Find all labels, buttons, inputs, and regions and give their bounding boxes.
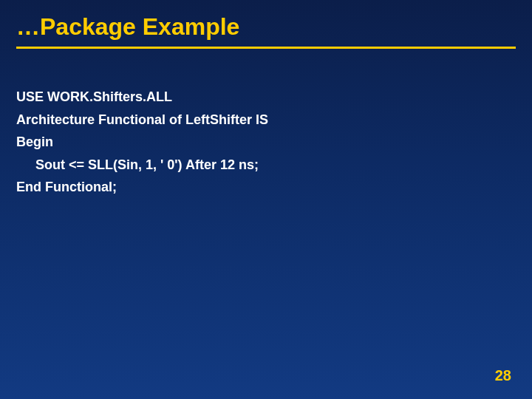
code-line-architecture: Architecture Functional of LeftShifter I… bbox=[16, 109, 532, 132]
code-line-sout: Sout <= SLL(Sin, 1, ' 0') After 12 ns; bbox=[16, 154, 532, 177]
page-number: 28 bbox=[495, 367, 511, 384]
slide-title: …Package Example bbox=[0, 0, 532, 47]
slide: …Package Example USE WORK.Shifters.ALL A… bbox=[0, 0, 532, 399]
code-line-end: End Functional; bbox=[16, 176, 532, 199]
slide-body: USE WORK.Shifters.ALL Architecture Funct… bbox=[0, 49, 532, 199]
code-line-use: USE WORK.Shifters.ALL bbox=[16, 86, 532, 109]
code-line-begin: Begin bbox=[16, 131, 532, 154]
